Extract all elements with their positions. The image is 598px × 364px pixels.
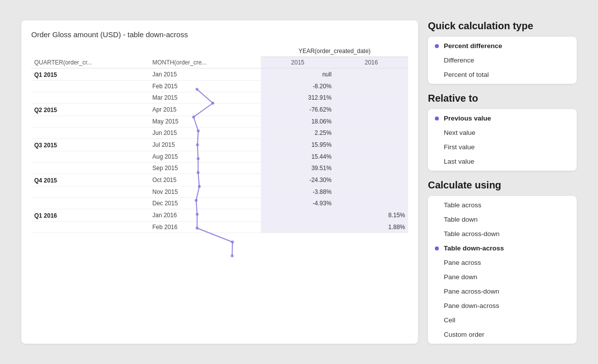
table-row-month: May 2015: [149, 116, 261, 127]
table-row-2016: [335, 68, 408, 81]
option-label: Cell: [444, 316, 455, 324]
table-row-month: Dec 2015: [149, 198, 261, 209]
option-label: Table across-down: [444, 230, 500, 238]
option-label: First value: [444, 143, 475, 151]
table-row-quarter: Q1 2015: [31, 68, 149, 81]
table-row-2016: [335, 92, 408, 104]
main-container: Order Gloss amount (USD) - table down-ac…: [11, 10, 587, 354]
option-dot: [435, 44, 439, 48]
option-item-8[interactable]: Cell: [428, 313, 577, 327]
table-row-month: Jul 2015: [149, 139, 261, 151]
table-row-2016: 1.88%: [335, 222, 408, 233]
relative-to-title: Relative to: [428, 93, 577, 104]
option-item-0[interactable]: Previous value: [428, 111, 577, 125]
table-row-2015: 15.44%: [261, 151, 334, 163]
year-header: YEAR(order_created_date): [261, 46, 408, 57]
option-item-2[interactable]: Table across-down: [428, 227, 577, 241]
table-row-month: Apr 2015: [149, 104, 261, 116]
relative-to-section: Relative to Previous valueNext valueFirs…: [428, 93, 577, 171]
table-row-month: Jun 2015: [149, 127, 261, 139]
option-item-2[interactable]: First value: [428, 140, 577, 154]
svg-point-11: [231, 241, 234, 243]
table-row-2016: [335, 104, 408, 116]
table-title: Order Gloss amount (USD) - table down-ac…: [31, 30, 408, 39]
option-item-9[interactable]: Custom order: [428, 327, 577, 342]
option-label: Table across: [444, 201, 481, 209]
table-row-2015: 18.06%: [261, 116, 334, 127]
option-item-1[interactable]: Difference: [428, 53, 577, 67]
table-row-2016: [335, 81, 408, 92]
table-row-month: Feb 2016: [149, 222, 261, 233]
option-dot: [435, 117, 439, 121]
table-row-quarter: [31, 92, 149, 104]
table-row-2015: -4.93%: [261, 198, 334, 209]
table-row-2015: -24.30%: [261, 174, 334, 186]
col-quarter-header: QUARTER(order_cr...: [31, 57, 149, 68]
option-item-1[interactable]: Next value: [428, 125, 577, 140]
table-row-2016: [335, 174, 408, 186]
table-row-quarter: Q2 2015: [31, 104, 149, 116]
table-row-month: Jan 2015: [149, 68, 261, 81]
table-row-quarter: Q3 2015: [31, 139, 149, 151]
table-row-2015: 15.95%: [261, 139, 334, 151]
option-label: Pane down-across: [444, 302, 499, 309]
table-row-2015: 312.91%: [261, 92, 334, 104]
option-label: Pane across: [444, 259, 481, 266]
option-item-3[interactable]: Last value: [428, 154, 577, 169]
table-row-month: Jan 2016: [149, 209, 261, 222]
table-row-2016: [335, 186, 408, 198]
col-2016-header: 2016: [335, 57, 408, 68]
table-row-quarter: [31, 186, 149, 198]
col-month-header: MONTH(order_cre...: [149, 57, 261, 68]
table-row-quarter: [31, 127, 149, 139]
option-item-0[interactable]: Table across: [428, 198, 577, 212]
table-row-2015: null: [261, 68, 334, 81]
table-row-2015: 2.25%: [261, 127, 334, 139]
option-label: Pane across-down: [444, 288, 499, 295]
table-row-2016: [335, 198, 408, 209]
option-item-7[interactable]: Pane down-across: [428, 299, 577, 313]
option-item-4[interactable]: Pane across: [428, 255, 577, 270]
col-2015-header: 2015: [261, 57, 334, 68]
option-label: Last value: [444, 158, 475, 165]
table-wrapper: YEAR(order_created_date) QUARTER(order_c…: [31, 46, 408, 233]
option-label: Difference: [444, 57, 474, 64]
table-row-month: Sep 2015: [149, 163, 261, 174]
table-row-2016: [335, 151, 408, 163]
table-row-2015: -3.88%: [261, 186, 334, 198]
table-row-2015: [261, 209, 334, 222]
table-row-quarter: [31, 151, 149, 163]
right-panel: Quick calculation type Percent differenc…: [428, 20, 577, 344]
table-row-2016: [335, 139, 408, 151]
quick-calc-options: Percent differenceDifferencePercent of t…: [428, 37, 577, 84]
option-label: Previous value: [444, 115, 491, 122]
option-label: Percent difference: [444, 42, 502, 50]
table-row-quarter: [31, 198, 149, 209]
option-item-5[interactable]: Pane down: [428, 270, 577, 284]
option-label: Table down-across: [444, 244, 504, 252]
option-item-2[interactable]: Percent of total: [428, 67, 577, 82]
data-table: YEAR(order_created_date) QUARTER(order_c…: [31, 46, 408, 233]
option-label: Percent of total: [444, 71, 489, 78]
table-row-quarter: Q1 2016: [31, 209, 149, 222]
table-row-2015: 39.51%: [261, 163, 334, 174]
option-label: Custom order: [444, 331, 484, 338]
option-item-3[interactable]: Table down-across: [428, 241, 577, 255]
table-row-2015: [261, 222, 334, 233]
option-item-1[interactable]: Table down: [428, 212, 577, 227]
option-item-6[interactable]: Pane across-down: [428, 284, 577, 299]
option-label: Next value: [444, 129, 476, 136]
relative-to-options: Previous valueNext valueFirst valueLast …: [428, 109, 577, 171]
table-row-month: Nov 2015: [149, 186, 261, 198]
svg-point-12: [231, 254, 234, 257]
table-row-month: Aug 2015: [149, 151, 261, 163]
calculate-using-section: Calculate using Table acrossTable downTa…: [428, 180, 577, 344]
table-row-month: Oct 2015: [149, 174, 261, 186]
table-panel: Order Gloss amount (USD) - table down-ac…: [21, 20, 418, 344]
option-item-0[interactable]: Percent difference: [428, 39, 577, 53]
table-row-2016: [335, 127, 408, 139]
calculate-using-options: Table acrossTable downTable across-downT…: [428, 196, 577, 344]
calculate-using-title: Calculate using: [428, 180, 577, 191]
quick-calc-section: Quick calculation type Percent differenc…: [428, 20, 577, 84]
table-row-2016: 8.15%: [335, 209, 408, 222]
